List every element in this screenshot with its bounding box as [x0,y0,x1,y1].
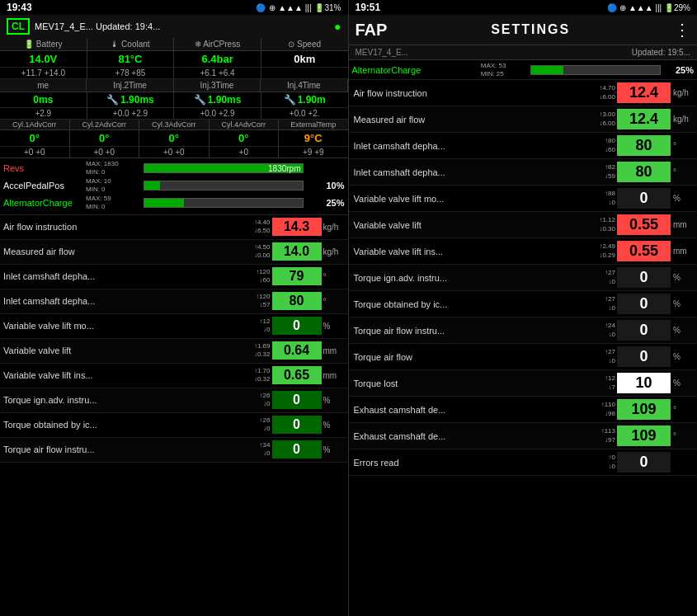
right-row-minmax-13: ↑113↓97 [586,427,617,444]
table-row: Errors read ↑0↓0 0 [349,449,698,476]
right-row-label-0: Air flow instruction [349,87,586,100]
left-data-table: Air flow instruction ↑4.40↓6.50 14.3 kg/… [0,215,348,616]
right-row-label-7: Torque ign.adv. instru... [349,271,586,284]
alt-bar-row-right: AlternatorCharge MAX: 53MIN: 25 25% [349,60,698,80]
inj-me-value: 0ms [0,92,87,107]
inj3-delta: +0.0 +2.9 [174,108,261,119]
right-updated-time: Updated: 19:5... [632,48,690,57]
inj-values-row: 0ms 🔧 1.90ms 🔧 1.90ms 🔧 1.90m [0,92,348,108]
row-unit-5: mm [322,346,348,355]
alt-label-left: AlternatorCharge [3,198,86,208]
row-value-2: 79 [272,267,322,285]
right-panel: 19:51 🔵 ⊕ ▲▲▲ ||| 🔋29% FAP SETTINGS ⋮ ME… [349,0,698,616]
cyl4-delta: +0 [210,147,280,158]
alt-minmax-left: MAX: 59MIN: 0 [86,195,144,210]
right-row-label-11: Torque lost [349,377,586,390]
revs-bar-row: Revs MAX: 1830MIN: 0 1830rpm [3,160,345,176]
left-status-icons: 🔵 ⊕ ▲▲▲ ||| 🔋31% [256,3,341,12]
row-value-3: 80 [272,292,322,310]
table-row: Variable valve lift ↑1.69↓0.32 0.64 mm [0,339,348,364]
row-unit-7: % [322,396,348,405]
row-label-0: Air flow instruction [0,220,241,233]
table-row: Measured air flow ↑4.50↓0.00 14.0 kg/h [0,240,348,265]
row-label-2: Inlet camshaft depha... [0,270,241,283]
right-row-label-1: Measured air flow [349,113,586,126]
right-row-minmax-9: ↑24↓0 [586,322,617,339]
right-row-unit-6: mm [671,247,697,256]
right-row-value-6: 0.55 [617,241,671,261]
right-row-minmax-10: ↑27↓0 [586,348,617,365]
cyl1-delta: +0 +0 [0,147,70,158]
right-row-value-5: 0.55 [617,214,671,235]
table-row: Torque lost ↑12↓7 10 % [349,370,698,397]
more-options-button[interactable]: ⋮ [674,20,690,40]
row-value-1: 14.0 [272,242,322,261]
row-unit-6: mm [322,371,348,380]
alt-bar-row-left: AlternatorCharge MAX: 59MIN: 0 25% [3,195,345,210]
ext-temp-value: 9°C [279,130,348,146]
table-row: Exhaust camshaft de... ↑113↓97 109 ° [349,423,698,449]
left-time: 19:43 [7,2,32,13]
metrics-header-row: 🔋 Battery 🌡 Coolant ❄ AirCPress ⊙ Speed [0,38,348,51]
revs-bar: 1830rpm [144,163,304,173]
row-unit-1: kg/h [322,247,348,256]
inj4-label: Inj.4Time [261,79,347,92]
right-row-unit-0: kg/h [671,88,697,97]
right-row-value-1: 12.4 [617,109,671,129]
metrics-value-row: 14.0V 81°C 6.4bar 0km [0,51,348,68]
right-row-minmax-6: ↑2.49↓0.29 [586,242,617,260]
row-unit-9: % [322,445,348,454]
cyl-values-row: 0° 0° 0° 0° 9°C [0,130,348,147]
inj4-value: 🔧 1.90m [261,92,348,107]
right-row-unit-11: % [671,379,697,388]
right-row-value-0: 12.4 [617,82,671,103]
right-row-value-9: 0 [617,320,671,341]
row-unit-3: ° [322,297,348,306]
inj-me-delta: +2.9 [0,108,87,119]
right-row-label-13: Exhaust camshaft de... [349,430,586,443]
battery-icon: 🔋31% [314,3,341,12]
right-row-unit-7: % [671,273,697,282]
inj2-label: Inj.2Time [87,79,173,92]
right-row-label-4: Variable valve lift mo... [349,192,586,205]
right-row-minmax-7: ↑27↓0 [586,269,617,286]
right-row-unit-9: % [671,326,697,335]
row-unit-8: % [322,421,348,430]
table-row: Inlet camshaft depha... ↑120↓57 80 ° [0,289,348,314]
connected-dot-left: ● [334,20,341,33]
right-row-minmax-1: ↑3.00↓6.00 [586,111,617,128]
coolant-value: 81°C [87,51,175,67]
row-value-5: 0.64 [272,341,322,360]
row-label-4: Variable valve lift mo... [0,319,241,332]
row-label-5: Variable valve lift [0,344,241,357]
right-row-label-12: Exhaust camshaft de... [349,403,586,416]
ext-temp-delta: +9 +9 [279,147,348,158]
cyl3-value: 0° [139,130,210,146]
revs-value: 1830rpm [268,164,300,174]
cyl2-value: 0° [70,130,140,146]
inj-delta-row: +2.9 +0.0 +2.9 +0.0 +2.9 +0.0 +2. [0,108,348,120]
cyl4-value: 0° [210,130,280,146]
signal-icons: ⊕ ▲▲▲ ||| [269,3,311,12]
cyl3-delta: +0 +0 [139,147,210,158]
cyl1-value: 0° [0,130,70,146]
left-panel: 19:43 🔵 ⊕ ▲▲▲ ||| 🔋31% CL MEV17_4_E... U… [0,0,348,616]
alt-minmax-right: MAX: 53MIN: 25 [481,62,530,78]
device-title-left: MEV17_4_E... Updated: 19:4... [35,21,329,31]
battery-delta: +11.7 +14.0 [0,68,87,78]
right-row-unit-8: % [671,299,697,308]
row-value-9: 0 [272,440,322,458]
cyl-delta-row: +0 +0 +0 +0 +0 +0 +0 +9 +9 [0,147,348,158]
speed-label: ⊙ Speed [261,38,348,50]
accel-pct: 10% [304,181,345,190]
right-row-unit-5: mm [671,220,697,229]
inj3-label: Inj.3Time [174,79,261,92]
row-unit-4: % [322,322,348,331]
alt-bar-left [144,198,304,208]
right-row-unit-12: ° [671,405,697,414]
right-row-unit-4: % [671,194,697,203]
cyl2-delta: +0 +0 [70,147,140,158]
accel-label: AccelPedalPos [3,181,86,190]
row-label-1: Measured air flow [0,245,241,258]
coolant-delta: +78 +85 [87,68,175,78]
